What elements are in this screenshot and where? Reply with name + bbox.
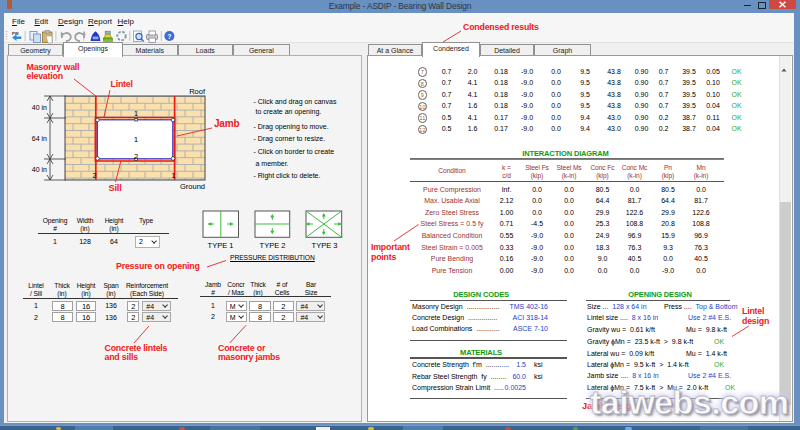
svg-text:PW: PW xyxy=(12,31,19,36)
svg-text:?: ? xyxy=(167,33,171,40)
